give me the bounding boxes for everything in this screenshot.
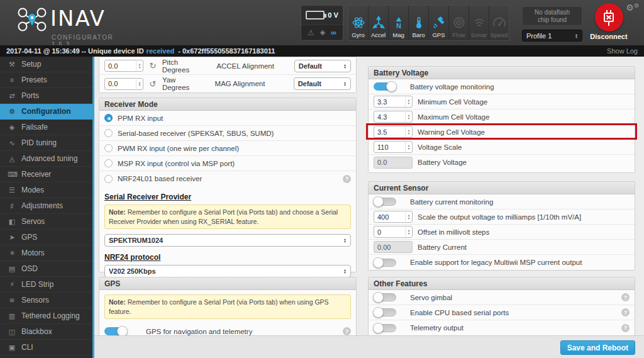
min-cell-voltage-input[interactable]: 3.3 (374, 96, 413, 108)
legacy-msp-toggle[interactable] (374, 259, 396, 267)
spinner-arrows-icon[interactable] (136, 61, 143, 70)
current-monitoring-toggle[interactable] (374, 198, 396, 206)
osd-icon: ▤ (8, 265, 16, 273)
spinner-arrows-icon[interactable] (405, 227, 412, 237)
yaw-degrees-input[interactable]: 0.0 (104, 78, 143, 90)
radio-msp[interactable] (104, 159, 113, 167)
nav-sidebar: ⚒Setup ≡Presets ⇄Ports ⚙Configuration ◈F… (0, 57, 94, 358)
yaw-degrees-label: Yaw Degrees (162, 76, 205, 91)
status-message: 2017-04-11 @ 15:36:49 -- Unique device I… (6, 47, 144, 55)
quadcopter-logo-icon (16, 6, 48, 33)
cpu-serial-toggle[interactable] (374, 308, 396, 316)
status-bar: 2017-04-11 @ 15:36:49 -- Unique device I… (0, 45, 644, 57)
min-cell-voltage-row: 3.3 Minimum Cell Voltage (369, 94, 635, 109)
battery-current-row: 0.00 Battery Current (369, 240, 635, 255)
spinner-arrows-icon[interactable] (405, 112, 412, 121)
nrf24-protocol-select[interactable]: V202 250Kbps (104, 265, 351, 277)
link-icon: ∞ (331, 28, 336, 37)
usb-plug-icon (601, 8, 617, 27)
radio-pwm[interactable] (104, 144, 113, 152)
help-icon[interactable] (621, 324, 630, 332)
current-scale-input[interactable]: 400 (374, 211, 413, 223)
max-cell-voltage-input[interactable]: 4.3 (374, 111, 413, 123)
logging-icon: ▥ (8, 312, 16, 320)
sidebar-item-failsafe[interactable]: ◈Failsafe (0, 120, 92, 135)
show-log-button[interactable]: Show Log (607, 47, 638, 55)
yaw-rotate-icon: ↺ (148, 79, 157, 89)
spinner-arrows-icon[interactable] (405, 212, 412, 221)
sidebar-item-servos[interactable]: ◧Servos (0, 214, 92, 230)
help-icon[interactable] (343, 175, 351, 183)
speed-gauge-icon (492, 16, 506, 30)
sidebar-item-osd[interactable]: ▤OSD (0, 261, 92, 277)
voltage-scale-row: 110 Voltage Scale (369, 140, 635, 155)
sidebar-item-led-strip[interactable]: ⚡LED Strip (0, 277, 92, 293)
warning-cell-voltage-input[interactable]: 3.5 (374, 126, 413, 138)
profile-select[interactable]: Profile 1 (522, 30, 582, 42)
radio-row-nrf24[interactable]: NRF24L01 based receiver (99, 171, 356, 186)
sidebar-item-gps[interactable]: ➤GPS (0, 230, 92, 245)
accel-alignment-select[interactable]: Default (294, 60, 351, 72)
sidebar-item-cli[interactable]: ▣CLI (0, 340, 92, 355)
sidebar-item-ports[interactable]: ⇄Ports (0, 88, 92, 104)
battery-monitoring-toggle[interactable] (374, 82, 396, 91)
sidebar-item-sensors[interactable]: ≋Sensors (0, 293, 92, 308)
radio-row-serial[interactable]: Serial-based receiver (SPEKSAT, SBUS, SU… (99, 126, 356, 141)
radio-nrf24[interactable] (104, 175, 113, 183)
radio-row-pwm[interactable]: PWM RX input (one wire per channel) (99, 141, 356, 156)
app-settings-button[interactable]: ⚙⚙ (626, 3, 639, 13)
inav-configurator-window: INAV CONFIGURATOR 1.6.3 ⚙⚙ 0 V ⚠ ◈ ∞ (0, 0, 644, 358)
sensor-sonar: Sonar (469, 6, 489, 40)
parachute-icon: ◈ (8, 123, 16, 131)
help-icon[interactable] (621, 293, 630, 301)
receiver-mode-section: Receiver Mode PPM RX input Serial-based … (99, 98, 357, 272)
radio-serial[interactable] (104, 129, 113, 137)
disconnect-button[interactable]: Disconnect (590, 3, 628, 40)
sensor-accel: Accel (369, 6, 388, 40)
sidebar-item-receiver[interactable]: ⌨Receiver (0, 167, 92, 182)
sidebar-item-tethered-logging[interactable]: ▥Tethered Logging (0, 308, 92, 324)
battery-current-readout-field: 0.00 (374, 241, 413, 253)
sidebar-item-adjustments[interactable]: ♯Adjustments (0, 198, 92, 214)
spinner-arrows-icon[interactable] (405, 127, 412, 137)
ports-icon: ⇄ (8, 92, 16, 100)
current-monitoring-row: Battery current monitoring (369, 194, 635, 210)
gps-toggle-label: GPS for navigation and telemetry (146, 328, 252, 335)
spinner-arrows-icon[interactable] (405, 97, 412, 106)
sidebar-item-presets[interactable]: ≡Presets (0, 72, 92, 88)
battery-voltage-readout-field: 0.0 (374, 157, 413, 169)
voltage-scale-input[interactable]: 110 (374, 141, 413, 153)
spinner-arrows-icon[interactable] (136, 79, 143, 89)
radio-ppm[interactable] (104, 114, 113, 122)
connection-status-panel: 0 V ⚠ ◈ ∞ (301, 5, 343, 41)
radio-row-ppm[interactable]: PPM RX input (99, 111, 356, 126)
board-alignment-section: 0.0 ↻ Pitch Degrees ACCEL Alignment Defa… (99, 57, 357, 93)
serial-receiver-provider-heading: Serial Receiver Provider (104, 193, 351, 201)
gps-nav-toggle[interactable] (104, 327, 127, 335)
mag-icon: N (392, 16, 406, 30)
sidebar-item-blackbox[interactable]: ◫Blackbox (0, 324, 92, 340)
save-and-reboot-button[interactable]: Save and Reboot (560, 340, 635, 355)
sidebar-item-pid-tuning[interactable]: ∿PID tuning (0, 135, 92, 151)
sensor-status-bar: Gyro Accel N Mag (348, 5, 509, 41)
motors-icon: ✳ (8, 249, 16, 257)
sidebar-item-modes[interactable]: ☰Modes (0, 182, 92, 198)
help-icon[interactable] (621, 308, 630, 316)
serial-provider-select[interactable]: SPEKTRUM1024 (104, 234, 351, 247)
current-sensor-section: Current Sensor Battery current monitorin… (368, 181, 635, 271)
current-offset-input[interactable]: 0 (374, 226, 413, 238)
spinner-arrows-icon[interactable] (405, 142, 412, 152)
telemetry-output-toggle[interactable] (374, 324, 396, 332)
receiver-mode-title: Receiver Mode (99, 98, 356, 111)
sidebar-item-setup[interactable]: ⚒Setup (0, 57, 92, 72)
adjustments-icon: ♯ (8, 202, 16, 210)
radio-row-msp[interactable]: MSP RX input (control via MSP port) (99, 156, 356, 171)
mag-alignment-select[interactable]: Default (294, 77, 351, 90)
svg-text:N: N (396, 22, 401, 30)
help-icon[interactable] (343, 327, 351, 335)
pitch-degrees-input[interactable]: 0.0 (104, 60, 143, 72)
sidebar-item-configuration[interactable]: ⚙Configuration (0, 104, 92, 120)
servo-gimbal-toggle[interactable] (374, 293, 396, 301)
sidebar-item-advanced-tuning[interactable]: ◬Advanced tuning (0, 151, 92, 167)
sidebar-item-motors[interactable]: ✳Motors (0, 245, 92, 261)
